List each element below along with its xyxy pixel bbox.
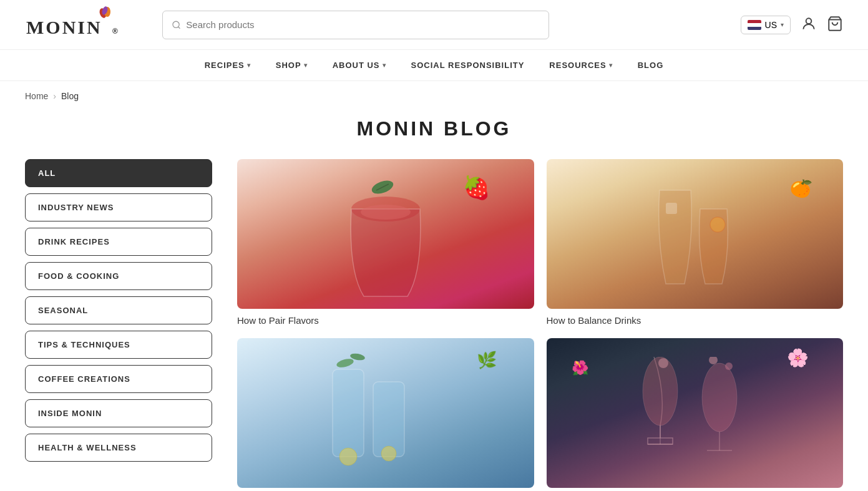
cart-icon[interactable] <box>827 16 843 34</box>
nav-social-responsibility[interactable]: SOCIAL RESPONSIBILITY <box>411 61 525 70</box>
user-account-icon[interactable] <box>801 16 817 34</box>
search-input[interactable] <box>186 19 540 30</box>
sidebar: ALL INDUSTRY NEWS DRINK RECIPES FOOD & C… <box>25 159 212 491</box>
sidebar-cat-all[interactable]: ALL <box>25 159 212 187</box>
recipes-chevron-icon: ▾ <box>247 62 251 69</box>
svg-text:®: ® <box>112 27 119 36</box>
shop-chevron-icon: ▾ <box>304 62 308 69</box>
sidebar-cat-health[interactable]: HEALTH & WELLNESS <box>25 434 212 462</box>
blog-card-3-image: 🌿 <box>237 338 534 488</box>
svg-point-10 <box>361 205 411 220</box>
sidebar-cat-seasonal[interactable]: SEASONAL <box>25 296 212 324</box>
resources-chevron-icon: ▾ <box>609 62 613 69</box>
blog-card-3[interactable]: 🌿 <box>237 338 534 491</box>
svg-point-14 <box>710 217 725 232</box>
main-nav: RECIPES ▾ SHOP ▾ ABOUT US ▾ SOCIAL RESPO… <box>0 50 868 81</box>
about-chevron-icon: ▾ <box>383 62 386 69</box>
sidebar-cat-food-cooking[interactable]: FOOD & COOKING <box>25 262 212 290</box>
svg-text:MONIN: MONIN <box>26 17 102 37</box>
svg-point-18 <box>381 446 396 461</box>
lang-label: US <box>765 20 777 30</box>
svg-point-29 <box>725 362 733 370</box>
drink-svg-3 <box>326 351 451 488</box>
nav-shop[interactable]: SHOP ▾ <box>276 61 308 70</box>
page-title: MONIN BLOG <box>0 117 868 140</box>
language-selector[interactable]: US ▾ <box>741 16 791 34</box>
nav-resources[interactable]: RESOURCES ▾ <box>549 61 612 70</box>
flower2-emoji: 🌺 <box>572 360 588 376</box>
svg-point-19 <box>336 357 354 369</box>
flower-emoji: 🌸 <box>787 348 809 368</box>
sidebar-cat-drink-recipes[interactable]: DRINK RECIPES <box>25 228 212 256</box>
svg-point-27 <box>658 358 668 368</box>
sidebar-cat-coffee[interactable]: COFFEE CREATIONS <box>25 365 212 393</box>
svg-point-17 <box>339 448 357 465</box>
blog-card-1-title: How to Pair Flavors <box>237 315 534 326</box>
drink-svg-2 <box>650 178 750 303</box>
sidebar-cat-tips[interactable]: TIPS & TECHNIQUES <box>25 331 212 359</box>
search-bar[interactable] <box>162 11 549 39</box>
sidebar-cat-inside-monin[interactable]: INSIDE MONIN <box>25 399 212 427</box>
orange-emoji: 🍊 <box>787 175 814 202</box>
header: MONIN ® US ▾ <box>0 0 868 50</box>
svg-point-24 <box>702 363 737 432</box>
blog-card-1[interactable]: 🍓 How to Pair Flavors <box>237 159 534 326</box>
header-right: US ▾ <box>741 16 843 34</box>
lang-chevron-icon: ▾ <box>781 21 784 28</box>
search-icon <box>172 20 181 30</box>
drink-svg-4 <box>629 357 760 482</box>
breadcrumb-home[interactable]: Home <box>25 91 48 101</box>
svg-rect-13 <box>666 203 677 214</box>
logo-text: MONIN ® <box>25 24 137 44</box>
logo-svg: MONIN ® <box>25 6 137 40</box>
logo[interactable]: MONIN ® <box>25 6 137 44</box>
herb-emoji: 🌿 <box>477 351 497 370</box>
drink-svg-1 <box>323 172 448 309</box>
blog-card-2[interactable]: 🍊 How to Balance Drinks <box>547 159 844 326</box>
strawberry-emoji: 🍓 <box>462 175 490 201</box>
blog-card-4-image: 🌸 🌺 <box>547 338 844 488</box>
blog-grid: 🍓 How to Pair Flavors 🍊 How to Balanc <box>237 159 843 491</box>
breadcrumb-separator: › <box>53 91 56 101</box>
breadcrumb-current: Blog <box>61 91 79 101</box>
svg-point-7 <box>806 18 812 24</box>
main-content: ALL INDUSTRY NEWS DRINK RECIPES FOOD & C… <box>0 159 868 491</box>
nav-about[interactable]: ABOUT US ▾ <box>333 61 386 70</box>
svg-rect-16 <box>373 382 404 457</box>
svg-rect-15 <box>333 369 364 457</box>
nav-recipes[interactable]: RECIPES ▾ <box>205 61 251 70</box>
blog-card-2-title: How to Balance Drinks <box>547 315 844 326</box>
svg-point-28 <box>709 357 718 364</box>
us-flag-icon <box>748 20 761 30</box>
blog-card-2-image: 🍊 <box>547 159 844 309</box>
sidebar-cat-industry-news[interactable]: INDUSTRY NEWS <box>25 193 212 221</box>
svg-line-6 <box>178 26 180 28</box>
blog-card-4[interactable]: 🌸 🌺 <box>547 338 844 491</box>
nav-blog[interactable]: BLOG <box>638 61 664 70</box>
svg-point-5 <box>173 21 179 27</box>
blog-card-1-image: 🍓 <box>237 159 534 309</box>
svg-point-21 <box>643 357 678 425</box>
breadcrumb: Home › Blog <box>0 81 868 111</box>
